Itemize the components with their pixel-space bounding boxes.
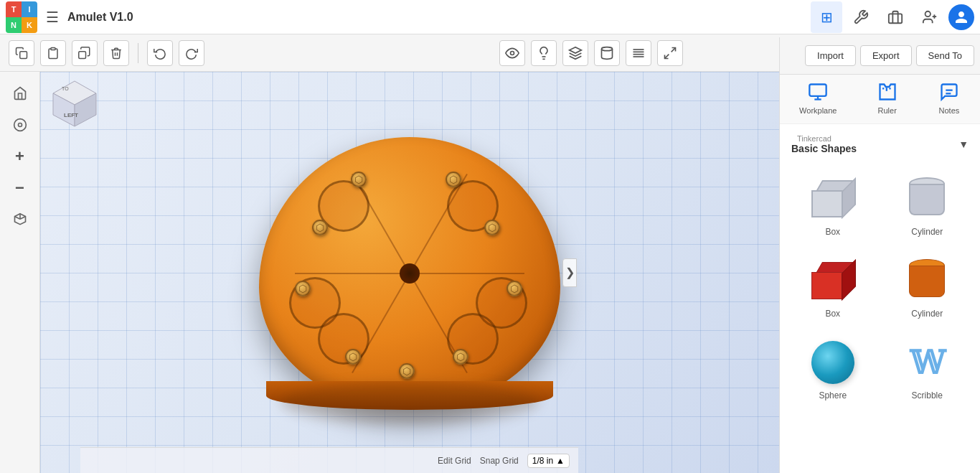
cylinder-button[interactable] [594, 40, 620, 66]
redo-button[interactable] [179, 40, 204, 66]
menu-icon[interactable]: ☰ [43, 6, 62, 29]
bulb-button[interactable] [531, 40, 557, 66]
separator-1 [138, 43, 138, 63]
panel-actions: Import Export Send To [779, 37, 980, 75]
view-cube-button[interactable] [7, 207, 33, 233]
zoom-in-button[interactable]: + [7, 144, 33, 169]
svg-rect-5 [51, 47, 55, 50]
fit-view-button[interactable] [7, 112, 33, 138]
svg-point-10 [601, 47, 612, 50]
svg-text:TO: TO [62, 86, 69, 91]
left-sidebar: + − [0, 72, 40, 473]
box-solid-3d [811, 262, 854, 299]
snap-input[interactable]: 1/8 in ▲ [527, 454, 570, 468]
zoom-out-button[interactable]: − [7, 175, 33, 201]
import-button[interactable]: Import [805, 45, 856, 66]
category-dropdown-arrow[interactable]: ▼ [958, 139, 969, 150]
shape-button[interactable] [562, 40, 588, 66]
ruler-label: Ruler [878, 106, 897, 115]
logo-t: T [6, 1, 22, 17]
snap-arrow[interactable]: ▲ [556, 456, 565, 466]
cyl-body-ghost [909, 184, 945, 215]
shape-item-sphere[interactable]: Sphere [788, 331, 877, 407]
notes-label: Notes [939, 106, 960, 115]
shape-label-cyl-ghost: Cylinder [911, 227, 943, 237]
add-person-button[interactable] [914, 1, 946, 33]
category-name: Tinkercad Basic Shapes [791, 134, 857, 154]
bolt-2 [446, 172, 461, 187]
box-front-ghost [811, 190, 843, 217]
ruler-button[interactable]: Ruler [870, 78, 905, 118]
mirror-button[interactable] [657, 40, 683, 66]
svg-point-18 [18, 123, 22, 127]
bolt-3 [312, 220, 328, 235]
notes-button[interactable]: Notes [932, 78, 966, 118]
bolt-8 [453, 349, 468, 365]
delete-button[interactable] [103, 40, 129, 66]
shape-item-cyl-solid[interactable]: Cylinder [883, 249, 972, 325]
notes-icon [938, 80, 961, 103]
bolt-1 [351, 172, 367, 187]
category-parent: Tinkercad [791, 134, 857, 143]
sphere-3d [811, 341, 854, 384]
workplane-button[interactable]: Workplane [793, 78, 842, 118]
edit-grid-label[interactable]: Edit Grid [438, 456, 471, 466]
logo-n: N [6, 17, 22, 33]
snap-value: 1/8 in [532, 456, 553, 466]
shape-label-box-ghost: Box [825, 227, 840, 237]
snap-grid-label: Snap Grid [480, 456, 519, 466]
panel-collapse-button[interactable]: ❯ [562, 258, 577, 287]
svg-point-1 [925, 11, 930, 16]
bolt-6 [295, 281, 311, 296]
shape-item-box-ghost[interactable]: Box [788, 167, 877, 243]
bolt-7 [345, 349, 361, 365]
svg-line-15 [671, 47, 675, 52]
export-button[interactable]: Export [860, 45, 912, 66]
shape-item-box-solid[interactable]: Box [788, 249, 877, 325]
cyl-solid-3d [909, 259, 945, 302]
right-panel: Workplane Ruler Notes [779, 72, 980, 473]
shape-category: Tinkercad Basic Shapes ▼ [786, 130, 974, 159]
view-cube[interactable]: LEFT TO [46, 78, 103, 135]
shape-label-scribble: Scribble [912, 390, 943, 401]
box-front-solid [811, 272, 843, 299]
shape-label-sphere: Sphere [819, 390, 847, 401]
bolt-5 [507, 281, 522, 296]
viewport[interactable]: LEFT TO [40, 72, 779, 473]
svg-text:𝕎: 𝕎 [909, 346, 947, 381]
duplicate-button[interactable] [72, 40, 98, 66]
shape-item-scribble[interactable]: 𝕎 Scribble [883, 331, 972, 407]
amulet-shape [259, 137, 560, 439]
logo-k: K [22, 17, 37, 33]
svg-rect-6 [79, 51, 86, 58]
copy-button[interactable] [9, 40, 34, 66]
shape-library: Tinkercad Basic Shapes ▼ Box [780, 124, 980, 473]
profile-avatar[interactable] [948, 4, 974, 30]
logo[interactable]: T I N K [6, 1, 37, 33]
navbar: T I N K ☰ Amulet V1.0 ⊞ [0, 0, 980, 34]
align-button[interactable] [626, 40, 651, 66]
shape-preview-box-ghost [804, 174, 862, 224]
shape-label-cyl-solid: Cylinder [911, 309, 943, 319]
paste-button[interactable] [40, 40, 66, 66]
svg-rect-27 [810, 85, 826, 96]
camera-view-button[interactable] [499, 40, 525, 66]
logo-i: I [22, 1, 37, 17]
bolt-9 [399, 363, 415, 379]
shape-label-box-solid: Box [825, 309, 840, 319]
send-to-button[interactable]: Send To [916, 45, 974, 66]
svg-rect-4 [20, 51, 27, 58]
hammer-button[interactable] [845, 1, 877, 33]
bolt-4 [484, 220, 500, 235]
svg-text:LEFT: LEFT [64, 112, 78, 118]
undo-button[interactable] [147, 40, 173, 66]
grid-view-button[interactable]: ⊞ [811, 1, 842, 33]
home-view-button[interactable] [7, 80, 33, 106]
disk-shadow [281, 381, 539, 424]
briefcase-button[interactable] [880, 1, 911, 33]
svg-rect-0 [889, 14, 902, 23]
svg-line-16 [664, 54, 669, 58]
nav-right: ⊞ [811, 1, 974, 33]
shape-item-cyl-ghost[interactable]: Cylinder [883, 167, 972, 243]
scribble-3d: 𝕎 [905, 341, 948, 384]
